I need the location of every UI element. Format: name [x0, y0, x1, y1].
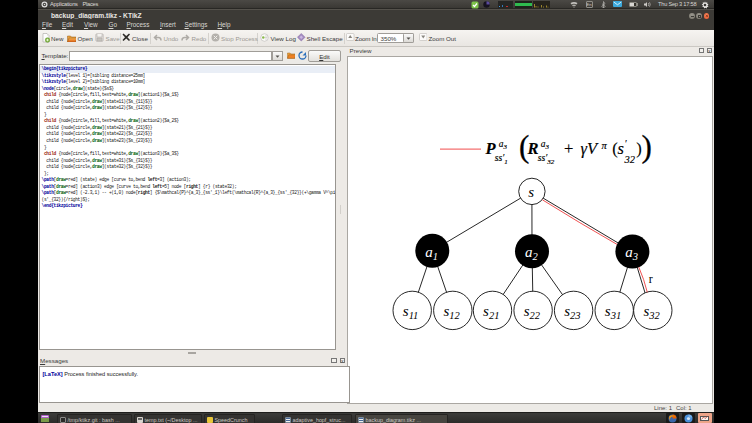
svg-text:s: s — [528, 183, 534, 199]
svg-text:γV: γV — [580, 139, 599, 158]
svg-text:): ) — [642, 128, 652, 163]
svg-text:ss′1: ss′1 — [495, 153, 508, 166]
svg-text:π: π — [602, 139, 608, 150]
svg-text:R: R — [527, 139, 539, 158]
svg-text:s: s — [618, 139, 624, 158]
svg-text:ss′32: ss′32 — [538, 153, 555, 166]
svg-text:a3: a3 — [499, 139, 508, 151]
svg-text:a3: a3 — [541, 139, 550, 151]
svg-text:32: 32 — [624, 153, 636, 164]
svg-text:r: r — [649, 272, 653, 286]
svg-text:′: ′ — [625, 138, 628, 148]
svg-text:+: + — [564, 139, 573, 158]
